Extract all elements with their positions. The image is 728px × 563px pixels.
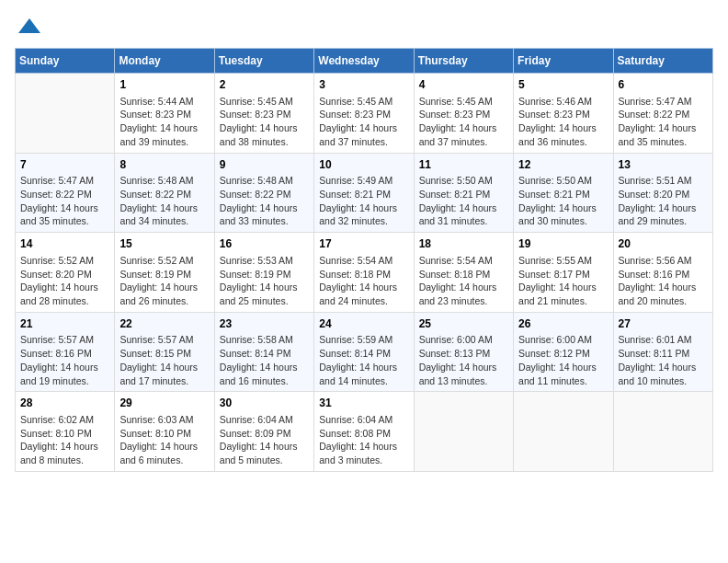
calendar-cell: 21Sunrise: 5:57 AMSunset: 8:16 PMDayligh… [16,312,115,392]
calendar-week-3: 14Sunrise: 5:52 AMSunset: 8:20 PMDayligh… [16,233,713,313]
calendar-cell: 7Sunrise: 5:47 AMSunset: 8:22 PMDaylight… [16,153,115,233]
cell-content: Sunrise: 6:04 AMSunset: 8:08 PMDaylight:… [319,413,408,467]
day-number: 26 [518,316,608,332]
day-number: 5 [518,77,608,93]
day-number: 11 [419,157,508,173]
calendar-cell: 16Sunrise: 5:53 AMSunset: 8:19 PMDayligh… [214,233,313,313]
day-number: 8 [119,157,209,173]
calendar-cell: 23Sunrise: 5:58 AMSunset: 8:14 PMDayligh… [214,312,313,392]
calendar-cell: 12Sunrise: 5:50 AMSunset: 8:21 PMDayligh… [514,153,613,233]
calendar-cell: 15Sunrise: 5:52 AMSunset: 8:19 PMDayligh… [115,233,214,313]
calendar-cell: 2Sunrise: 5:45 AMSunset: 8:23 PMDaylight… [214,74,313,154]
header-sunday: Sunday [16,49,115,74]
day-number: 17 [319,236,408,252]
calendar-week-2: 7Sunrise: 5:47 AMSunset: 8:22 PMDaylight… [16,153,713,233]
calendar-body: 1Sunrise: 5:44 AMSunset: 8:23 PMDaylight… [16,74,713,472]
day-number: 2 [220,77,309,93]
calendar-cell: 5Sunrise: 5:46 AMSunset: 8:23 PMDaylight… [514,74,613,154]
calendar-cell: 30Sunrise: 6:04 AMSunset: 8:09 PMDayligh… [214,392,313,472]
day-number: 12 [518,157,608,173]
calendar-cell: 11Sunrise: 5:50 AMSunset: 8:21 PMDayligh… [414,153,513,233]
cell-content: Sunrise: 5:53 AMSunset: 8:19 PMDaylight:… [220,254,309,308]
cell-content: Sunrise: 5:47 AMSunset: 8:22 PMDaylight:… [20,174,109,228]
day-number: 19 [518,236,608,252]
calendar-cell: 27Sunrise: 6:01 AMSunset: 8:11 PMDayligh… [613,312,712,392]
day-number: 23 [220,316,309,332]
day-number: 3 [319,77,408,93]
calendar-cell: 20Sunrise: 5:56 AMSunset: 8:16 PMDayligh… [613,233,712,313]
day-number: 16 [220,236,309,252]
calendar-week-5: 28Sunrise: 6:02 AMSunset: 8:10 PMDayligh… [16,392,713,472]
calendar-cell: 29Sunrise: 6:03 AMSunset: 8:10 PMDayligh… [115,392,214,472]
cell-content: Sunrise: 5:45 AMSunset: 8:23 PMDaylight:… [220,95,309,149]
day-number: 29 [119,396,209,411]
day-number: 1 [119,77,209,93]
calendar-cell: 26Sunrise: 6:00 AMSunset: 8:12 PMDayligh… [514,312,613,392]
calendar-cell: 8Sunrise: 5:48 AMSunset: 8:22 PMDaylight… [115,153,214,233]
day-number: 10 [319,157,408,173]
calendar-cell: 14Sunrise: 5:52 AMSunset: 8:20 PMDayligh… [16,233,115,313]
calendar-week-4: 21Sunrise: 5:57 AMSunset: 8:16 PMDayligh… [16,312,713,392]
header-saturday: Saturday [613,49,712,74]
calendar-cell [613,392,712,472]
cell-content: Sunrise: 6:02 AMSunset: 8:10 PMDaylight:… [20,413,109,467]
cell-content: Sunrise: 5:52 AMSunset: 8:20 PMDaylight:… [20,254,109,308]
day-number: 28 [20,396,109,411]
calendar-cell: 4Sunrise: 5:45 AMSunset: 8:23 PMDaylight… [414,74,513,154]
day-number: 13 [619,157,708,173]
cell-content: Sunrise: 5:44 AMSunset: 8:23 PMDaylight:… [119,95,209,149]
cell-content: Sunrise: 5:54 AMSunset: 8:18 PMDaylight:… [319,254,408,308]
cell-content: Sunrise: 5:48 AMSunset: 8:22 PMDaylight:… [119,174,209,228]
calendar-cell: 18Sunrise: 5:54 AMSunset: 8:18 PMDayligh… [414,233,513,313]
calendar-header: SundayMondayTuesdayWednesdayThursdayFrid… [16,49,713,74]
cell-content: Sunrise: 5:55 AMSunset: 8:17 PMDaylight:… [518,254,608,308]
cell-content: Sunrise: 6:01 AMSunset: 8:11 PMDaylight:… [619,333,708,387]
header-tuesday: Tuesday [214,49,313,74]
calendar-cell: 3Sunrise: 5:45 AMSunset: 8:23 PMDaylight… [314,74,414,154]
cell-content: Sunrise: 5:52 AMSunset: 8:19 PMDaylight:… [119,254,209,308]
cell-content: Sunrise: 5:50 AMSunset: 8:21 PMDaylight:… [518,174,608,228]
calendar-cell: 22Sunrise: 5:57 AMSunset: 8:15 PMDayligh… [115,312,214,392]
day-number: 15 [119,236,209,252]
logo-icon [17,15,42,40]
page-header [15,15,713,40]
cell-content: Sunrise: 6:00 AMSunset: 8:12 PMDaylight:… [518,333,608,387]
calendar-cell: 24Sunrise: 5:59 AMSunset: 8:14 PMDayligh… [314,312,414,392]
calendar-cell: 31Sunrise: 6:04 AMSunset: 8:08 PMDayligh… [314,392,414,472]
cell-content: Sunrise: 6:03 AMSunset: 8:10 PMDaylight:… [119,413,209,467]
cell-content: Sunrise: 5:50 AMSunset: 8:21 PMDaylight:… [419,174,508,228]
day-number: 31 [319,396,408,411]
day-number: 27 [619,316,708,332]
calendar-cell: 25Sunrise: 6:00 AMSunset: 8:13 PMDayligh… [414,312,513,392]
day-number: 4 [419,77,508,93]
calendar-cell: 17Sunrise: 5:54 AMSunset: 8:18 PMDayligh… [314,233,414,313]
day-number: 20 [619,236,708,252]
cell-content: Sunrise: 5:58 AMSunset: 8:14 PMDaylight:… [220,333,309,387]
cell-content: Sunrise: 5:48 AMSunset: 8:22 PMDaylight:… [220,174,309,228]
calendar-cell [414,392,513,472]
cell-content: Sunrise: 5:56 AMSunset: 8:16 PMDaylight:… [619,254,708,308]
header-friday: Friday [514,49,613,74]
calendar-cell: 9Sunrise: 5:48 AMSunset: 8:22 PMDaylight… [214,153,313,233]
header-thursday: Thursday [414,49,513,74]
day-number: 18 [419,236,508,252]
svg-marker-0 [18,18,40,33]
day-number: 9 [220,157,309,173]
day-number: 14 [20,236,109,252]
day-number: 30 [220,396,309,411]
day-number: 25 [419,316,508,332]
calendar-cell [16,74,115,154]
header-row: SundayMondayTuesdayWednesdayThursdayFrid… [16,49,713,74]
day-number: 6 [619,77,708,93]
calendar-table: SundayMondayTuesdayWednesdayThursdayFrid… [15,48,713,472]
cell-content: Sunrise: 5:57 AMSunset: 8:15 PMDaylight:… [119,333,209,387]
calendar-cell [514,392,613,472]
cell-content: Sunrise: 5:57 AMSunset: 8:16 PMDaylight:… [20,333,109,387]
header-wednesday: Wednesday [314,49,414,74]
day-number: 22 [119,316,209,332]
cell-content: Sunrise: 5:54 AMSunset: 8:18 PMDaylight:… [419,254,508,308]
calendar-cell: 28Sunrise: 6:02 AMSunset: 8:10 PMDayligh… [16,392,115,472]
calendar-cell: 6Sunrise: 5:47 AMSunset: 8:22 PMDaylight… [613,74,712,154]
header-monday: Monday [115,49,214,74]
logo [15,15,42,40]
